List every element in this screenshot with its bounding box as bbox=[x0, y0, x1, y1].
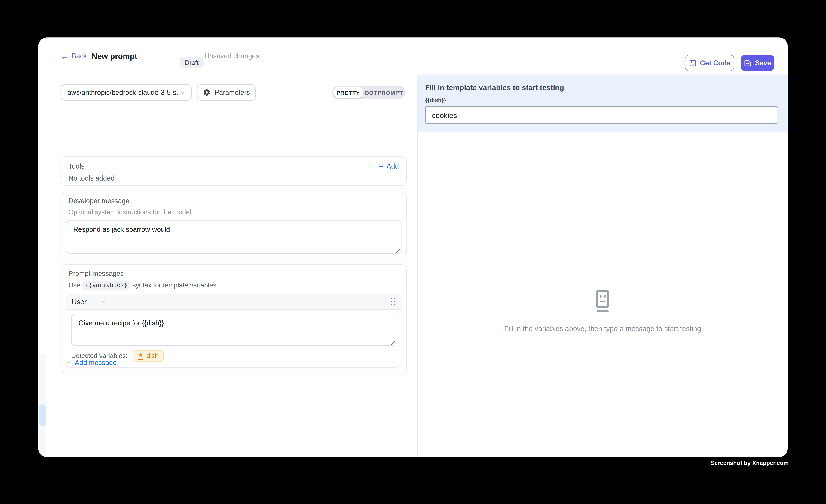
plus-icon bbox=[66, 359, 72, 366]
plus-icon bbox=[378, 163, 384, 169]
back-button[interactable]: ← Back bbox=[61, 37, 87, 75]
template-variables-title: Fill in template variables to start test… bbox=[425, 83, 779, 91]
parameters-button[interactable]: Parameters bbox=[197, 84, 256, 101]
format-toggle: PRETTY DOTPROMPT bbox=[332, 86, 406, 99]
variable-chip-label: dish bbox=[146, 352, 159, 360]
prompt-editor-panel: aws/anthropic/bedrock-claude-3-5-s... Pa… bbox=[39, 75, 417, 457]
unsaved-changes-label: Unsaved changes bbox=[204, 37, 259, 75]
prompt-messages-title: Prompt messages bbox=[68, 270, 401, 277]
model-select-value: aws/anthropic/bedrock-claude-3-5-s... bbox=[67, 88, 180, 96]
test-panel: Fill in template variables to start test… bbox=[418, 75, 787, 457]
chat-divider bbox=[418, 450, 787, 450]
header-bar: ← Back New prompt Draft Unsaved changes … bbox=[39, 37, 787, 75]
template-variables-panel: Fill in template variables to start test… bbox=[418, 75, 787, 132]
developer-message-section: Developer message Optional system instru… bbox=[61, 192, 407, 257]
tools-title: Tools bbox=[68, 162, 84, 170]
message-role-select[interactable]: User bbox=[72, 298, 107, 306]
message-header: User bbox=[66, 295, 401, 310]
add-tool-label: Add bbox=[387, 162, 399, 170]
toolbar-divider bbox=[39, 145, 417, 145]
message-role-value: User bbox=[72, 298, 87, 306]
chevron-down-icon bbox=[101, 299, 107, 305]
variable-code-chip: {{variable}} bbox=[83, 281, 130, 290]
add-message-button[interactable]: Add message bbox=[66, 359, 117, 367]
parameters-label: Parameters bbox=[215, 88, 250, 96]
variable-name-label: {{dish}} bbox=[425, 97, 779, 103]
back-arrow-icon: ← bbox=[61, 52, 68, 60]
app-window: ← Back New prompt Draft Unsaved changes … bbox=[39, 37, 787, 457]
variable-syntax-hint: Use {{variable}} syntax for template var… bbox=[68, 281, 401, 290]
empty-state-text: Fill in the variables above, then type a… bbox=[504, 325, 701, 333]
variable-chip-dish[interactable]: ✎ dish bbox=[133, 350, 164, 362]
tools-section: Tools Add No tools added bbox=[61, 156, 407, 186]
status-badge: Draft bbox=[180, 57, 204, 68]
chat-empty-state: Fill in the variables above, then type a… bbox=[418, 132, 787, 450]
screenshot-stage: ← Back New prompt Draft Unsaved changes … bbox=[0, 0, 826, 504]
robot-icon bbox=[593, 290, 613, 313]
save-icon bbox=[744, 59, 751, 67]
sidebar-selected-item-fragment bbox=[39, 404, 46, 426]
drag-handle-icon[interactable] bbox=[390, 298, 396, 306]
save-label: Save bbox=[755, 59, 771, 67]
message-block: User Give me a recipe for {{dish}} Detec… bbox=[66, 294, 401, 368]
gear-icon bbox=[203, 88, 211, 96]
hint-prefix: Use bbox=[68, 281, 80, 289]
save-button[interactable]: Save bbox=[741, 55, 774, 71]
message-textarea[interactable]: Give me a recipe for {{dish}} bbox=[71, 314, 396, 346]
page-title: New prompt bbox=[92, 37, 137, 75]
add-tool-button[interactable]: Add bbox=[378, 162, 399, 170]
watermark-text: Screenshot by Xnapper.com bbox=[711, 460, 789, 466]
get-code-button[interactable]: Get Code bbox=[685, 55, 734, 71]
variable-value-input[interactable] bbox=[425, 106, 778, 124]
developer-message-title: Developer message bbox=[68, 197, 401, 205]
tools-empty-text: No tools added bbox=[68, 174, 399, 182]
get-code-label: Get Code bbox=[700, 59, 730, 67]
toggle-option-pretty[interactable]: PRETTY bbox=[333, 87, 363, 98]
model-select[interactable]: aws/anthropic/bedrock-claude-3-5-s... bbox=[61, 84, 192, 101]
prompt-messages-section: Prompt messages Use {{variable}} syntax … bbox=[61, 264, 407, 374]
back-label: Back bbox=[72, 52, 87, 60]
add-message-label: Add message bbox=[75, 359, 117, 367]
terminal-icon bbox=[689, 59, 696, 67]
hint-suffix: syntax for template variables bbox=[132, 281, 216, 289]
toggle-option-dotprompt[interactable]: DOTPROMPT bbox=[363, 87, 405, 98]
developer-message-textarea[interactable]: Respond as jack sparrow would bbox=[66, 220, 401, 254]
edit-pencil-icon: ✎ bbox=[138, 352, 143, 360]
developer-message-subtitle: Optional system instructions for the mod… bbox=[68, 208, 401, 216]
chevron-down-icon bbox=[180, 89, 186, 96]
